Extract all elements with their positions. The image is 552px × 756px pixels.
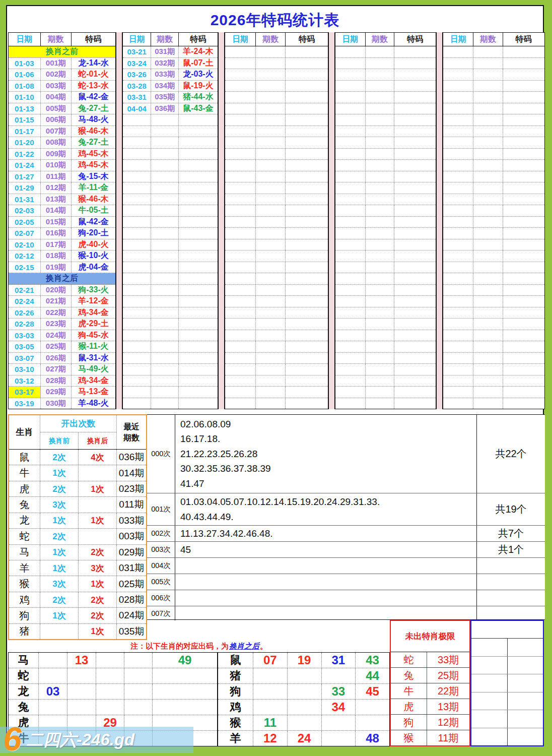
cell-special-code	[286, 319, 328, 330]
counts-table: 000次02.06.08.0916.17.18.21.22.23.25.26.2…	[147, 414, 545, 620]
cell-period	[366, 81, 395, 92]
cell-period	[151, 319, 179, 330]
cell-date	[123, 160, 151, 171]
header-after-change: 换肖后	[79, 432, 116, 449]
code-number-cell	[288, 668, 322, 683]
cell-special-code	[394, 171, 436, 182]
limit-zodiac-name: 狗	[391, 715, 427, 730]
cell-special-code	[503, 69, 544, 80]
cell-special-code	[503, 194, 544, 205]
cell-date	[335, 273, 366, 284]
cell-period	[473, 182, 503, 194]
cell-special-code	[394, 398, 436, 409]
count-before-change: 2次	[40, 481, 79, 496]
count-after-change: 2次	[79, 592, 117, 607]
cell-date: 03-21	[123, 46, 151, 57]
result-row	[443, 46, 544, 58]
cell-date	[443, 217, 473, 228]
cell-period	[473, 228, 503, 239]
header-zodiac: 生肖	[9, 415, 40, 449]
cell-special-code	[394, 160, 436, 171]
cell-period	[366, 319, 395, 330]
cell-period	[473, 364, 503, 375]
count-total: 共7个	[476, 526, 545, 541]
cell-special-code	[286, 149, 328, 160]
result-row	[335, 398, 436, 409]
cell-date: 01-24	[9, 160, 41, 171]
count-before-change: 2次	[40, 529, 79, 544]
result-row: 03-17029期马-13-金	[9, 387, 115, 398]
cell-special-code	[179, 364, 218, 375]
cell-period	[473, 103, 503, 114]
numbers-line: 16.17.18.	[180, 431, 476, 446]
empty-grid-cell	[471, 639, 508, 656]
result-row	[123, 160, 218, 171]
cell-special-code	[286, 46, 328, 57]
cell-period	[256, 205, 286, 216]
empty-grid-row	[471, 710, 543, 728]
zodiac-stats-row: 牛1次014期	[9, 465, 146, 481]
result-row	[225, 182, 328, 194]
cell-special-code	[286, 353, 328, 364]
group-separator	[436, 32, 443, 409]
cell-period	[473, 330, 503, 341]
cell-special-code	[286, 103, 328, 114]
zodiac-name: 龙	[9, 513, 40, 528]
count-after-change: 1次	[79, 576, 117, 591]
result-row	[335, 46, 436, 58]
cell-special-code	[503, 239, 544, 250]
result-row: 01-24010期鸡-45-木	[9, 160, 115, 171]
count-label: 003次	[147, 542, 175, 557]
cell-date: 03-19	[9, 398, 41, 409]
cell-special-code: 鸡-34-金	[72, 307, 115, 319]
cell-period	[256, 160, 286, 171]
cell-period: 006期	[41, 114, 72, 125]
cell-period	[366, 330, 395, 341]
result-row: 02-03014期牛-05-土	[9, 205, 115, 217]
result-row	[443, 262, 544, 274]
cell-special-code	[503, 319, 544, 330]
result-row	[123, 171, 218, 183]
result-row	[443, 126, 544, 138]
zodiac-label: 马	[9, 653, 39, 668]
cell-special-code	[503, 307, 544, 319]
count-after-change: 1次	[79, 513, 117, 528]
cell-date	[225, 262, 256, 273]
cell-special-code	[286, 239, 328, 250]
cell-date: 03-07	[9, 353, 41, 364]
numbers-line: 01.03.04.05.07.10.12.14.15.19.20.24.29.3…	[180, 494, 476, 509]
result-row	[335, 341, 436, 353]
cell-period	[256, 250, 286, 262]
result-row	[123, 149, 218, 160]
column-header-date: 日期	[123, 33, 151, 46]
result-row	[225, 364, 328, 375]
cell-special-code: 鸡-45-木	[72, 149, 115, 160]
count-total: 共1个	[476, 542, 545, 557]
result-row	[335, 149, 436, 160]
cell-period	[256, 46, 286, 57]
cell-period	[151, 364, 179, 375]
limit-period-count: 12期	[427, 715, 469, 730]
result-row	[123, 137, 218, 149]
cell-special-code: 马-48-火	[72, 114, 115, 125]
spreadsheet-page: 2026年特码统计表 日期期数特码换肖之前01-03001期龙-14-水01-0…	[6, 5, 544, 746]
cell-date	[225, 273, 256, 284]
bottom-table-row: 鸡34	[218, 700, 389, 715]
cell-date: 02-07	[9, 228, 41, 239]
cell-period	[256, 398, 286, 409]
cell-period: 016期	[41, 228, 72, 239]
cell-period	[473, 58, 503, 69]
result-row: 01-03001期龙-14-水	[9, 58, 115, 70]
cell-period	[366, 341, 395, 352]
result-row	[225, 81, 328, 92]
cell-special-code: 羊-11-金	[72, 182, 115, 194]
cell-period	[366, 228, 395, 239]
cell-date	[443, 250, 473, 262]
cell-special-code: 羊-12-金	[72, 296, 115, 307]
cell-period: 020期	[41, 285, 72, 296]
count-total	[476, 590, 545, 606]
count-before-change: 3次	[40, 497, 79, 512]
cell-period	[473, 296, 503, 307]
cell-special-code	[286, 398, 328, 409]
cell-period: 021期	[41, 296, 72, 307]
